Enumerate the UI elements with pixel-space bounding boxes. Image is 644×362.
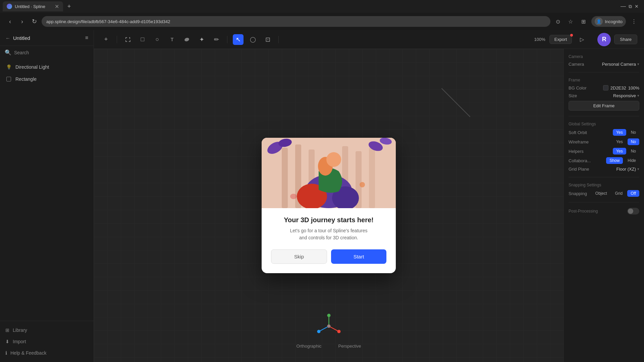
select-multi-tool[interactable]: [122, 34, 133, 45]
address-bar[interactable]: app.spline.design/file/adbfb567-34e6-484…: [42, 16, 550, 27]
tab-title: Untitled · Spline: [15, 4, 45, 9]
size-select[interactable]: Responsive ▾: [613, 93, 639, 98]
browser-tabs: Untitled · Spline ✕ + — ⧉ ✕: [0, 0, 644, 13]
search-placeholder[interactable]: Search: [14, 50, 29, 55]
incognito-avatar: 👤: [595, 17, 603, 25]
bookmark-icon[interactable]: ☆: [566, 17, 575, 26]
select-tool[interactable]: ↖: [233, 34, 244, 45]
svg-rect-2: [282, 148, 288, 208]
blob-tool[interactable]: [181, 34, 192, 45]
back-arrow-icon[interactable]: ←: [5, 35, 10, 41]
bg-color-hex: 2D2E32: [610, 85, 626, 90]
grid-plane-label: Grid Plane: [569, 167, 589, 172]
wireframe-toggle: Yes No: [613, 138, 639, 145]
size-value: Responsive: [613, 93, 636, 98]
soft-orbit-yes-btn[interactable]: Yes: [613, 129, 626, 136]
sidebar: ← Untitled ≡ 🔍 Search 💡 Directional Ligh…: [0, 30, 94, 362]
modal-title: Your 3D journey starts here!: [271, 216, 386, 224]
helpers-no-btn[interactable]: No: [628, 148, 639, 155]
character-illustration: [262, 138, 396, 208]
divider-1: [569, 72, 639, 72]
snapping-object-btn[interactable]: Object: [592, 190, 610, 197]
sidebar-search: 🔍 Search: [0, 46, 94, 59]
incognito-button[interactable]: 👤 Incognito: [591, 16, 626, 27]
tab-close-icon[interactable]: ✕: [55, 3, 59, 10]
sidebar-help-item[interactable]: ℹ Help & Feedback: [0, 347, 94, 359]
camera-select[interactable]: Personal Camera ▾: [602, 62, 639, 67]
play-button[interactable]: ▷: [576, 34, 588, 46]
browser-menu-icon[interactable]: ⋮: [629, 17, 639, 26]
post-processing-title: Post-Processing: [569, 209, 598, 214]
help-label: Help & Feedback: [10, 350, 46, 356]
sidebar-header: ← Untitled ≡: [0, 30, 94, 46]
modal-description: Let's go for a tour of Spline's features…: [271, 227, 386, 241]
grid-plane-select[interactable]: Floor (XZ) ▾: [616, 167, 640, 172]
bg-color-label: BG Color: [569, 85, 586, 90]
helpers-yes-btn[interactable]: Yes: [613, 148, 626, 155]
new-tab-button[interactable]: +: [64, 2, 74, 11]
post-processing-row: Post-Processing: [569, 208, 639, 215]
main-canvas[interactable]: Your 3D journey starts here! Let's go fo…: [94, 49, 564, 362]
skip-button[interactable]: Skip: [271, 249, 327, 264]
bg-color-swatch[interactable]: [603, 85, 608, 90]
path-tool[interactable]: ✏: [211, 34, 222, 45]
search-row: 🔍 Search: [5, 49, 89, 56]
soft-orbit-no-btn[interactable]: No: [628, 129, 639, 136]
camera-row: Camera Personal Camera ▾: [569, 62, 639, 67]
camera-value: Personal Camera: [602, 62, 636, 67]
bg-opacity: 100%: [628, 85, 639, 90]
sidebar-title: ← Untitled: [5, 35, 30, 41]
back-button[interactable]: ‹: [5, 17, 15, 26]
grid-plane-value: Floor (XZ): [616, 167, 636, 172]
snapping-title: Snapping Settings: [569, 183, 639, 187]
camera-section-title: Camera: [569, 54, 639, 59]
ellipse-tool[interactable]: ○: [152, 34, 163, 45]
refresh-button[interactable]: ↻: [30, 17, 39, 26]
edit-frame-button[interactable]: Edit Frame: [569, 101, 639, 111]
export-notification-dot: [570, 34, 573, 37]
size-label: Size: [569, 93, 577, 98]
browser-nav: ‹ › ↻ app.spline.design/file/adbfb567-34…: [0, 13, 644, 30]
sidebar-import-item[interactable]: ⬇ Import: [0, 336, 94, 347]
screen-tool[interactable]: ⊡: [262, 34, 273, 45]
collaborators-toggle: Show Hide: [606, 157, 639, 164]
right-panel: Camera Camera Personal Camera ▾ Frame BG: [564, 49, 644, 362]
rect-tool[interactable]: □: [137, 34, 148, 45]
comment-tool[interactable]: ◯: [248, 34, 258, 45]
browser-tab-active[interactable]: Untitled · Spline ✕: [3, 1, 63, 11]
snapping-grid-btn[interactable]: Grid: [612, 190, 626, 197]
wireframe-no-btn[interactable]: No: [628, 138, 639, 145]
minimize-icon[interactable]: —: [621, 3, 626, 9]
svg-point-12: [326, 152, 341, 167]
sidebar-item-directional-light[interactable]: 💡 Directional Light: [0, 61, 94, 73]
hide-btn[interactable]: Hide: [624, 157, 639, 164]
browser-chrome: Untitled · Spline ✕ + — ⧉ ✕ ‹ › ↻ app.sp…: [0, 0, 644, 30]
cast-icon[interactable]: ⊙: [553, 17, 562, 26]
close-window-icon[interactable]: ✕: [635, 4, 639, 9]
toolbar: + □ ○ T ✦ ✏ ↖ ◯ ⊡ 100% Export ▷: [94, 30, 644, 49]
user-avatar[interactable]: R: [597, 33, 611, 46]
sidebar-menu-icon[interactable]: ≡: [85, 35, 88, 41]
start-button[interactable]: Start: [331, 249, 386, 264]
modal-overlay: Your 3D journey starts here! Let's go fo…: [94, 49, 564, 362]
forward-button[interactable]: ›: [17, 17, 27, 26]
sidebar-item-rectangle[interactable]: Rectangle: [0, 73, 94, 85]
export-button[interactable]: Export: [549, 35, 572, 44]
svg-point-18: [300, 188, 304, 192]
star-tool[interactable]: ✦: [196, 34, 207, 45]
text-tool[interactable]: T: [167, 34, 177, 45]
snapping-label: Snapping: [569, 191, 587, 196]
svg-point-17: [360, 182, 365, 187]
sidebar-library-item[interactable]: ⊞ Library: [0, 324, 94, 336]
grid-plane-arrow: ▾: [637, 167, 639, 171]
extensions-icon[interactable]: ⊞: [579, 17, 588, 26]
wireframe-yes-btn[interactable]: Yes: [613, 138, 626, 145]
show-btn[interactable]: Show: [606, 157, 623, 164]
zoom-level: 100%: [534, 37, 545, 42]
share-button[interactable]: Share: [614, 35, 637, 44]
camera-select-arrow: ▾: [637, 62, 639, 66]
snapping-off-btn[interactable]: Off: [627, 190, 639, 197]
post-processing-toggle[interactable]: [627, 208, 639, 215]
maximize-icon[interactable]: ⧉: [629, 4, 632, 9]
add-tool[interactable]: +: [101, 34, 111, 45]
